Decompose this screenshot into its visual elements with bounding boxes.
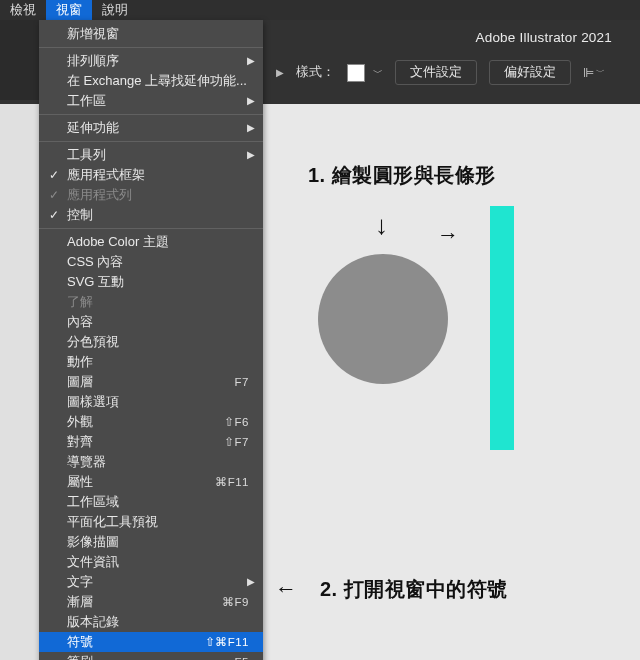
menu-image-trace[interactable]: 影像描圖 (39, 532, 263, 552)
menu-appearance[interactable]: 外觀⇧F6 (39, 412, 263, 432)
menu-align[interactable]: 對齊⇧F7 (39, 432, 263, 452)
style-label: 樣式： (296, 64, 335, 81)
shortcut: ⌘F9 (222, 595, 249, 609)
menu-separator (39, 114, 263, 115)
menu-separator (39, 228, 263, 229)
menu-brushes[interactable]: 筆刷F5 (39, 652, 263, 660)
annotation-step2: 2. 打開視窗中的符號 (320, 576, 508, 603)
submenu-arrow-icon: ▶ (247, 576, 255, 587)
menu-layers[interactable]: 圖層F7 (39, 372, 263, 392)
menu-actions[interactable]: 動作 (39, 352, 263, 372)
style-swatch[interactable] (347, 64, 365, 82)
left-gutter (0, 104, 39, 660)
arrow-right-icon: → (437, 222, 459, 248)
menu-workspace[interactable]: 工作區▶ (39, 91, 263, 111)
annotation-step1: 1. 繪製圓形與長條形 (308, 162, 496, 189)
menu-control[interactable]: ✓控制 (39, 205, 263, 225)
submenu-arrow-icon: ▶ (247, 95, 255, 106)
control-bar: ▶ 樣式： ﹀ 文件設定 偏好設定 ⊫﹀ (280, 60, 605, 85)
preferences-button[interactable]: 偏好設定 (489, 60, 571, 85)
arrow-left-icon: ← (275, 576, 297, 602)
menu-type[interactable]: 文字▶ (39, 572, 263, 592)
menu-separator (39, 47, 263, 48)
style-dropdown-icon[interactable]: ﹀ (373, 66, 383, 80)
shortcut: F7 (235, 376, 249, 388)
menu-version-history[interactable]: 版本記錄 (39, 612, 263, 632)
menu-graphic-styles[interactable]: 圖樣選項 (39, 392, 263, 412)
menu-gradient[interactable]: 漸層⌘F9 (39, 592, 263, 612)
menu-document-info[interactable]: 文件資訊 (39, 552, 263, 572)
menu-toolbar[interactable]: 工具列▶ (39, 145, 263, 165)
menu-app-frame[interactable]: ✓應用程式框架 (39, 165, 263, 185)
document-setup-button[interactable]: 文件設定 (395, 60, 477, 85)
menu-content[interactable]: 內容 (39, 312, 263, 332)
shortcut: ⌘F11 (215, 475, 249, 489)
menu-find-extensions[interactable]: 在 Exchange 上尋找延伸功能... (39, 71, 263, 91)
canvas-circle-shape[interactable] (318, 254, 448, 384)
menu-flattener-preview[interactable]: 平面化工具預視 (39, 512, 263, 532)
app-title: Adobe Illustrator 2021 (476, 30, 613, 45)
menu-symbols[interactable]: 符號⇧⌘F11 (39, 632, 263, 652)
menu-attributes[interactable]: 屬性⌘F11 (39, 472, 263, 492)
menu-view[interactable]: 檢視 (0, 0, 46, 20)
menu-arrange[interactable]: 排列順序▶ (39, 51, 263, 71)
submenu-arrow-icon: ▶ (247, 149, 255, 160)
shortcut: ⇧⌘F11 (205, 635, 249, 649)
submenu-arrow-icon: ▶ (247, 55, 255, 66)
shortcut: ⇧F6 (224, 415, 249, 429)
menu-separations-preview[interactable]: 分色預視 (39, 332, 263, 352)
menu-help[interactable]: 說明 (92, 0, 138, 20)
chevron-right-icon[interactable]: ▶ (276, 67, 284, 78)
align-icon[interactable]: ⊫﹀ (583, 65, 605, 80)
menu-adobe-color[interactable]: Adobe Color 主題 (39, 232, 263, 252)
canvas-bar-shape[interactable] (490, 206, 514, 450)
menubar: 檢視 視窗 說明 (0, 0, 640, 20)
check-icon: ✓ (49, 208, 59, 222)
menu-separator (39, 141, 263, 142)
check-icon: ✓ (49, 168, 59, 182)
menu-new-window[interactable]: 新增視窗 (39, 24, 263, 44)
menu-css-content[interactable]: CSS 內容 (39, 252, 263, 272)
shortcut: ⇧F7 (224, 435, 249, 449)
menu-window[interactable]: 視窗 (46, 0, 92, 20)
arrow-down-icon: ↓ (375, 210, 388, 241)
left-dark-panel (0, 20, 39, 100)
check-icon: ✓ (49, 188, 59, 202)
menu-comprehend: 了解 (39, 292, 263, 312)
menu-svg-interactivity[interactable]: SVG 互動 (39, 272, 263, 292)
menu-artboards[interactable]: 工作區域 (39, 492, 263, 512)
menu-extensions[interactable]: 延伸功能▶ (39, 118, 263, 138)
menu-navigator[interactable]: 導覽器 (39, 452, 263, 472)
menu-app-bar: ✓應用程式列 (39, 185, 263, 205)
submenu-arrow-icon: ▶ (247, 122, 255, 133)
window-menu: 新增視窗 排列順序▶ 在 Exchange 上尋找延伸功能... 工作區▶ 延伸… (39, 20, 263, 660)
shortcut: F5 (235, 656, 249, 660)
